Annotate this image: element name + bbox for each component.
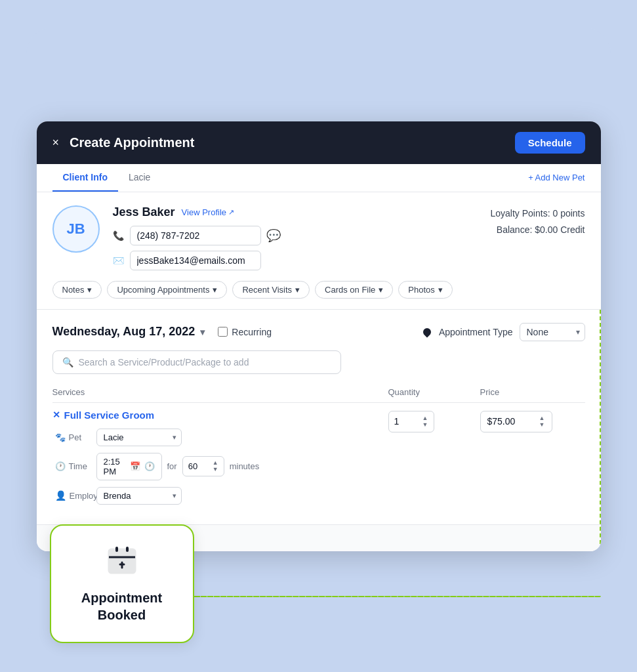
employee-icon: 👤 — [55, 490, 66, 501]
recurring-label: Recurring — [232, 327, 272, 337]
price-value: $75.00 — [487, 416, 516, 427]
appointment-booked-popup: Appointment Booked — [50, 524, 194, 643]
minutes-down-button[interactable]: ▼ — [213, 467, 218, 472]
email-input[interactable] — [130, 251, 261, 270]
appointment-section: Wednesday, Aug 17, 2022 ▾ Recurring Appo… — [37, 310, 601, 524]
minutes-input[interactable]: 60 ▲ ▼ — [182, 456, 224, 476]
dashed-bottom-border — [168, 596, 601, 597]
clock-icon: 🕐 — [55, 461, 66, 471]
time-label: 🕐 Time — [55, 461, 91, 471]
service-search-bar[interactable]: 🔍 Search a Service/Product/Package to ad… — [52, 350, 341, 374]
remove-service-button[interactable]: ✕ — [52, 410, 60, 419]
for-label: for — [167, 461, 177, 471]
modal-header: × Create Appointment Schedule — [37, 121, 601, 164]
paw-icon: 🐾 — [55, 432, 66, 442]
appointment-type-label: Appointment Type — [439, 327, 513, 337]
loyalty-section: Loyalty Points: 0 points Balance: $0.00 … — [491, 205, 585, 238]
loyalty-value: 0 points — [552, 208, 585, 219]
balance-value: $0.00 Credit — [535, 224, 585, 235]
schedule-button[interactable]: Schedule — [515, 132, 585, 154]
time-value: 2:15 PM — [104, 457, 126, 476]
tag-icon — [421, 326, 432, 337]
booked-calendar-icon — [106, 544, 138, 581]
avatar: JB — [52, 205, 100, 253]
col-quantity: Quantity — [388, 387, 480, 397]
tab-client-info[interactable]: Client Info — [52, 164, 118, 192]
pills-row: Notes ▾ Upcoming Appointments ▾ Recent V… — [52, 281, 585, 299]
quantity-stepper[interactable]: 1 ▲ ▼ — [388, 411, 434, 432]
minutes-value: 60 — [188, 461, 197, 471]
calendar-icon: 📅 — [130, 461, 140, 471]
search-placeholder-text: Search a Service/Product/Package to add — [79, 357, 249, 368]
pill-recent-visits[interactable]: Recent Visits ▾ — [232, 281, 310, 299]
recurring-checkbox[interactable]: Recurring — [218, 327, 272, 337]
services-table: Services Quantity Price ✕ Full Service G… — [52, 385, 585, 511]
price-down-button[interactable]: ▼ — [539, 422, 545, 428]
time-input[interactable]: 2:15 PM 📅 🕐 — [96, 453, 162, 480]
phone-input[interactable] — [130, 226, 261, 245]
date-text: Wednesday, Aug 17, 2022 — [52, 325, 195, 339]
col-services: Services — [52, 387, 388, 397]
pill-cards-on-file[interactable]: Cards on File ▾ — [315, 281, 393, 299]
pill-notes[interactable]: Notes ▾ — [52, 281, 102, 299]
add-new-pet-link[interactable]: + Add New Pet — [528, 173, 585, 182]
quantity-value: 1 — [394, 416, 400, 427]
pill-upcoming-appointments[interactable]: Upcoming Appointments ▾ — [107, 281, 227, 299]
quantity-down-button[interactable]: ▼ — [422, 422, 428, 428]
employee-label: 👤 Employee — [55, 490, 91, 501]
pill-photos[interactable]: Photos ▾ — [398, 281, 452, 299]
recurring-checkbox-input[interactable] — [218, 327, 228, 337]
date-selector[interactable]: Wednesday, Aug 17, 2022 ▾ — [52, 325, 205, 339]
pet-label: 🐾 Pet — [55, 432, 91, 442]
dashed-right-border — [600, 310, 601, 551]
col-price: Price — [480, 387, 585, 397]
tab-pet[interactable]: Lacie — [118, 164, 161, 192]
appointment-type-row: Appointment Type None ▾ — [423, 323, 585, 341]
appointment-booked-text: Appointment Booked — [72, 589, 172, 623]
modal-title: Create Appointment — [70, 135, 194, 150]
balance-label: Balance: — [497, 224, 532, 235]
client-name: Jess Baker — [113, 205, 175, 219]
client-section: JB Jess Baker View Profile ↗ 📞 — [37, 192, 601, 310]
price-up-button[interactable]: ▲ — [539, 415, 545, 421]
price-col: $75.00 ▲ ▼ — [480, 410, 585, 432]
svg-rect-1 — [115, 547, 118, 552]
loyalty-label: Loyalty Points: — [491, 208, 550, 219]
message-icon[interactable]: 💬 — [266, 228, 281, 243]
service-name: Full Service Groom — [64, 410, 155, 421]
employee-select[interactable]: Brenda — [96, 487, 182, 505]
pet-select[interactable]: Lacie — [96, 429, 182, 446]
close-button[interactable]: × — [52, 136, 60, 148]
quantity-col: 1 ▲ ▼ — [388, 410, 480, 432]
price-input[interactable]: $75.00 ▲ ▼ — [480, 411, 552, 432]
view-profile-link[interactable]: View Profile ↗ — [182, 207, 234, 217]
minutes-up-button[interactable]: ▲ — [213, 460, 218, 466]
quantity-up-button[interactable]: ▲ — [422, 415, 428, 421]
table-row: ✕ Full Service Groom 🐾 Pet — [52, 410, 585, 511]
phone-icon: 📞 — [113, 230, 125, 241]
search-icon: 🔍 — [62, 357, 73, 368]
services-table-header: Services Quantity Price — [52, 385, 585, 403]
clock-icon-time: 🕐 — [144, 461, 155, 471]
date-chevron-icon: ▾ — [200, 327, 205, 337]
svg-rect-2 — [126, 547, 129, 552]
email-icon: ✉️ — [113, 255, 125, 266]
minutes-label: minutes — [230, 461, 260, 471]
service-name-col: ✕ Full Service Groom 🐾 Pet — [52, 410, 388, 511]
appointment-type-select[interactable]: None — [520, 323, 585, 341]
svg-rect-0 — [109, 549, 135, 573]
tabs-row: Client Info Lacie + Add New Pet — [37, 164, 601, 192]
